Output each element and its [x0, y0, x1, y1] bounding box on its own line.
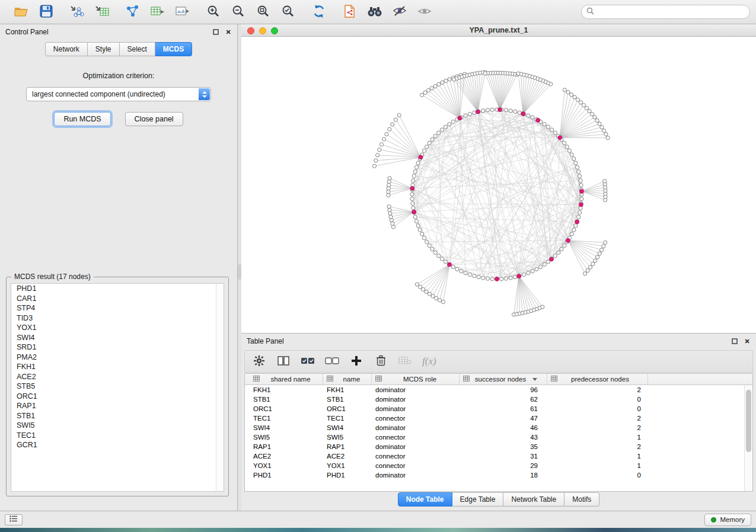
- zoom-out-button[interactable]: [230, 4, 247, 20]
- column-options-icon[interactable]: [375, 376, 382, 383]
- tab-network[interactable]: Network: [45, 42, 88, 56]
- add-column-button[interactable]: [349, 354, 363, 368]
- table-row[interactable]: RAP1RAP1dominator352: [245, 442, 744, 451]
- find-button[interactable]: [366, 4, 383, 20]
- float-table-panel-icon[interactable]: [731, 338, 738, 345]
- refresh-layout-button[interactable]: [311, 4, 327, 20]
- mcds-result-item[interactable]: YOX1: [11, 323, 224, 333]
- mcds-result-group: MCDS result (17 nodes) PHD1CAR1STP4TID3Y…: [6, 277, 229, 496]
- table-row[interactable]: TEC1TEC1connector472: [245, 414, 744, 423]
- sort-chevron-down-icon[interactable]: [532, 378, 537, 381]
- mcds-list-scrollbar[interactable]: [216, 284, 224, 491]
- open-session-button[interactable]: [13, 4, 30, 20]
- column-header-predecessor-nodes[interactable]: predecessor nodes: [547, 374, 648, 384]
- tab-network-table[interactable]: Network Table: [503, 492, 564, 507]
- tab-mcds[interactable]: MCDS: [155, 42, 192, 56]
- mcds-result-item[interactable]: SRD1: [11, 342, 224, 352]
- export-network-button[interactable]: [342, 4, 358, 20]
- column-options-icon[interactable]: [463, 376, 470, 383]
- new-network-button[interactable]: [125, 4, 141, 20]
- mcds-result-item[interactable]: FKH1: [11, 362, 224, 372]
- select-all-button[interactable]: [301, 354, 315, 368]
- toolbar-search[interactable]: [581, 5, 750, 19]
- table-row[interactable]: SWI5SWI5connector431: [245, 432, 744, 442]
- network-window-titlebar[interactable]: YPA_prune.txt_1: [241, 24, 756, 37]
- table-row[interactable]: YOX1YOX1connector291: [245, 461, 744, 470]
- close-panel-button[interactable]: Close panel: [125, 112, 183, 126]
- window-maximize-icon[interactable]: [271, 27, 278, 34]
- close-table-panel-icon[interactable]: ✕: [744, 338, 751, 345]
- function-builder-button[interactable]: f(x): [422, 354, 436, 368]
- zoom-fit-button[interactable]: [255, 4, 272, 20]
- search-input[interactable]: [598, 8, 745, 16]
- mcds-result-item[interactable]: ACE2: [11, 372, 224, 382]
- mcds-result-item[interactable]: ORC1: [11, 392, 224, 402]
- table-cell: 96: [460, 386, 547, 393]
- column-options-icon[interactable]: [327, 376, 333, 383]
- table-scrollbar-thumb[interactable]: [746, 390, 751, 452]
- table-row[interactable]: STB1STB1dominator620: [245, 395, 744, 404]
- table-cell: dominator: [372, 443, 460, 450]
- tab-select[interactable]: Select: [120, 42, 155, 56]
- tab-style[interactable]: Style: [88, 42, 120, 56]
- network-image-button[interactable]: [174, 4, 191, 20]
- mcds-result-item[interactable]: GCR1: [11, 440, 224, 450]
- mcds-result-item[interactable]: PHD1: [11, 284, 224, 294]
- mcds-result-item[interactable]: CAR1: [11, 294, 224, 304]
- deselect-all-button[interactable]: [325, 354, 339, 368]
- toggle-view-button[interactable]: [416, 4, 433, 20]
- tab-edge-table[interactable]: Edge Table: [452, 492, 504, 507]
- table-scrollbar[interactable]: [744, 385, 752, 491]
- show-graphics-details-button[interactable]: [391, 4, 408, 20]
- mcds-result-list[interactable]: PHD1CAR1STP4TID3YOX1SWI4SRD1PMA2FKH1ACE2…: [11, 283, 224, 492]
- import-network-button[interactable]: [69, 4, 85, 20]
- zoom-selected-button[interactable]: [280, 4, 296, 20]
- mcds-result-item[interactable]: SWI4: [11, 333, 224, 343]
- column-header-successor-nodes[interactable]: successor nodes: [460, 374, 547, 384]
- table-row[interactable]: FKH1FKH1dominator962: [245, 385, 744, 395]
- mcds-result-item[interactable]: PMA2: [11, 352, 224, 363]
- column-options-icon[interactable]: [253, 376, 260, 383]
- delete-table-button[interactable]: [398, 354, 412, 368]
- table-cell: STB1: [323, 396, 372, 403]
- window-close-icon[interactable]: [247, 27, 254, 34]
- network-graph[interactable]: [241, 37, 756, 333]
- column-header-mcds-role[interactable]: MCDS role: [372, 374, 460, 384]
- tab-node-table[interactable]: Node Table: [398, 492, 452, 507]
- mcds-result-item[interactable]: RAP1: [11, 401, 224, 411]
- close-panel-icon[interactable]: ✕: [225, 28, 232, 36]
- network-canvas[interactable]: [241, 37, 756, 333]
- float-panel-icon[interactable]: [212, 28, 219, 36]
- table-cell: TEC1: [323, 415, 372, 422]
- network-table-button[interactable]: [149, 4, 166, 20]
- tab-motifs[interactable]: Motifs: [564, 492, 599, 507]
- table-row[interactable]: ORC1ORC1dominator610: [245, 404, 744, 414]
- save-session-button[interactable]: [38, 4, 55, 20]
- memory-button[interactable]: Memory: [704, 514, 751, 526]
- mcds-result-item[interactable]: TEC1: [11, 431, 224, 441]
- optimization-dropdown[interactable]: largest connected component (undirected): [26, 87, 211, 101]
- share-network-icon: [126, 5, 140, 20]
- mcds-result-item[interactable]: SWI5: [11, 421, 224, 431]
- binoculars-icon: [367, 5, 382, 19]
- table-settings-button[interactable]: [252, 354, 266, 368]
- task-history-button[interactable]: [5, 514, 23, 525]
- column-header-name[interactable]: name: [323, 374, 372, 384]
- table-row[interactable]: SWI4SWI4dominator462: [245, 423, 744, 432]
- mcds-result-item[interactable]: STB1: [11, 411, 224, 421]
- show-columns-button[interactable]: [276, 354, 291, 368]
- table-row[interactable]: PHD1PHD1dominator180: [245, 470, 744, 480]
- delete-column-button[interactable]: [374, 354, 388, 368]
- dropdown-stepper-icon[interactable]: [199, 88, 210, 100]
- column-header-shared-name[interactable]: shared name: [245, 374, 323, 384]
- mcds-result-item[interactable]: STB5: [11, 382, 224, 392]
- run-mcds-button[interactable]: Run MCDS: [54, 112, 110, 126]
- zoom-in-button[interactable]: [205, 4, 222, 20]
- mcds-result-item[interactable]: TID3: [11, 313, 224, 323]
- table-row[interactable]: ACE2ACE2connector311: [245, 451, 744, 461]
- node-table: shared name name MCDS role successor nod…: [244, 373, 753, 492]
- import-table-button[interactable]: [94, 4, 110, 20]
- window-minimize-icon[interactable]: [259, 27, 266, 34]
- mcds-result-item[interactable]: STP4: [11, 303, 224, 313]
- column-options-icon[interactable]: [551, 376, 557, 383]
